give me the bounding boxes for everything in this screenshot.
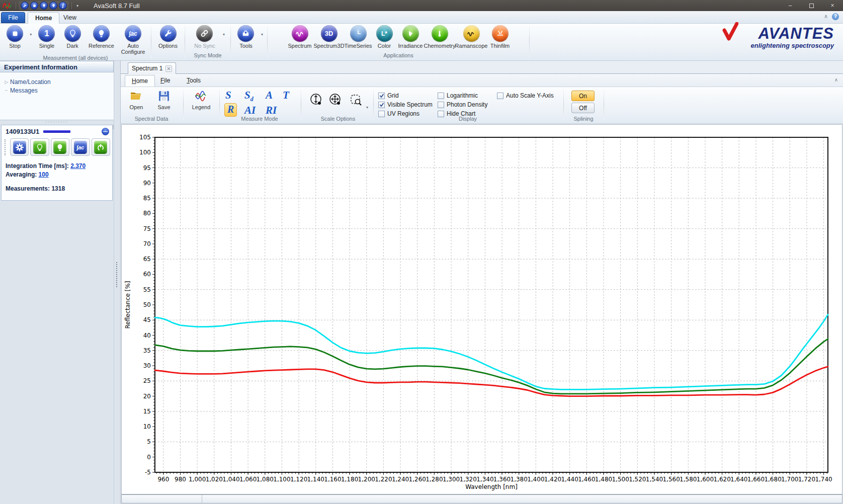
device-dark-button[interactable] <box>30 138 49 156</box>
unchecked-box-icon[interactable] <box>378 111 385 117</box>
irradiance-button[interactable]: Irradiance <box>396 25 425 49</box>
mode-transmittance[interactable]: T <box>283 89 289 102</box>
pan-icon <box>329 93 342 107</box>
y-tick-label: 55 <box>143 286 151 293</box>
pan-button[interactable] <box>329 93 342 109</box>
y-tick-label: 10 <box>143 423 151 430</box>
tab-view[interactable]: View <box>56 12 83 24</box>
no-sync-button[interactable]: No Sync <box>191 25 219 49</box>
mode-absolute-irradiance[interactable]: AI <box>244 104 256 117</box>
spectrum-document-tab[interactable]: Spectrum 1 <box>128 62 176 74</box>
tab-home[interactable]: Home <box>28 12 59 24</box>
stop-button[interactable]: Stop <box>4 25 26 49</box>
scale-y-axis-button[interactable] <box>310 93 323 109</box>
unchecked-box-icon[interactable] <box>497 93 503 99</box>
doc-tab-home[interactable]: Home <box>125 75 155 87</box>
spectrum3d-button[interactable]: 3D Spectrum3D <box>315 25 343 49</box>
unchecked-box-icon[interactable] <box>438 93 444 99</box>
dark-bulb-icon <box>33 141 46 154</box>
y-tick-label: 40 <box>143 332 151 339</box>
device-autoconfigure-button[interactable]: ∫ac <box>71 138 90 156</box>
legend-button[interactable]: Legend <box>188 90 214 110</box>
checked-box-icon[interactable] <box>378 102 385 108</box>
checkbox-grid[interactable]: Grid <box>378 91 434 100</box>
checkbox-auto-scale-y-axis[interactable]: Auto Scale Y-Axis <box>497 91 562 100</box>
timeseries-button[interactable]: TimeSeries <box>344 25 372 49</box>
x-tick-label: 1,340 <box>476 476 493 483</box>
splining-off-button[interactable]: Off <box>571 103 595 113</box>
tools-dropdown-icon[interactable]: ▾ <box>261 32 263 37</box>
mode-relative-irradiance[interactable]: RI <box>266 104 277 117</box>
y-tick-label: 30 <box>143 362 151 369</box>
device-power-button[interactable] <box>92 138 110 156</box>
mode-scope[interactable]: S <box>225 89 231 102</box>
collapse-ribbon-icon[interactable]: ∧ <box>824 13 828 20</box>
group-caption: Measurement (all devices) <box>0 55 151 61</box>
vertical-splitter[interactable] <box>114 61 121 504</box>
checkbox-visible-spectrum[interactable]: Visible Spectrum <box>378 100 434 109</box>
color-button[interactable]: L* Color <box>373 25 395 49</box>
mode-absorbance[interactable]: A <box>266 89 273 102</box>
tree-item-messages[interactable]: ⵈ Messages <box>3 86 111 95</box>
stop-dropdown-icon[interactable]: ▾ <box>30 32 32 37</box>
options-icon[interactable] <box>21 2 29 10</box>
x-tick-label: 1,120 <box>290 476 307 483</box>
close-tab-icon[interactable] <box>165 65 172 72</box>
single-button[interactable]: 1 Single <box>36 25 57 49</box>
group-caption: Sync Mode <box>185 52 230 60</box>
auto-configure-button[interactable]: ∫ac AutoConfigure <box>119 25 147 55</box>
zoom-dropdown-icon[interactable]: ▾ <box>366 105 368 110</box>
y-tick-label: -5 <box>145 469 151 476</box>
reference-bulb-icon[interactable] <box>49 2 57 10</box>
ribbon-group-tools: Tools ▾ <box>231 24 267 60</box>
quick-access-dropdown-icon[interactable]: ▾ <box>76 4 78 8</box>
doc-tab-tools[interactable]: Tools <box>180 75 207 87</box>
checked-box-icon[interactable] <box>378 93 385 99</box>
device-settings-button[interactable] <box>10 138 29 156</box>
mode-reflectance-selected[interactable]: R <box>224 103 237 117</box>
x-tick-label: 1,140 <box>307 476 324 483</box>
checkbox-photon-density[interactable]: Photon Density <box>438 100 493 109</box>
autoconfigure-icon[interactable]: ∫ <box>59 2 67 10</box>
plot-frame <box>155 137 828 472</box>
thinfilm-button[interactable]: Thinfilm <box>489 25 511 49</box>
mode-scope-minus-dark[interactable]: Sd <box>244 89 254 103</box>
chemometry-button[interactable]: Chemometry <box>426 25 454 49</box>
x-tick-label: 1,520 <box>629 476 646 483</box>
averaging-value[interactable]: 100 <box>39 171 49 178</box>
device-panel: 1409133U1 — ∫ac Integration Time [ms]: 2… <box>1 125 113 201</box>
spectrum-button[interactable]: Spectrum <box>286 25 314 49</box>
minimize-button[interactable]: – <box>780 1 801 11</box>
checkbox-logarithmic[interactable]: Logarithmic <box>438 91 493 100</box>
ramanscope-button[interactable]: Ramanscope <box>455 25 488 49</box>
integration-time-value[interactable]: 2.370 <box>70 162 86 170</box>
zoom-selection-button[interactable] <box>349 93 363 109</box>
group-separator <box>529 26 530 58</box>
close-button[interactable]: × <box>822 1 843 11</box>
tree-item-name-location[interactable]: ▷ Name/Location <box>3 77 111 86</box>
open-button[interactable]: Open <box>123 90 149 110</box>
save-button[interactable]: Save <box>151 90 177 110</box>
expand-arrow-icon[interactable]: ▷ <box>3 79 10 85</box>
device-reference-button[interactable] <box>51 138 69 156</box>
doc-tab-file[interactable]: File <box>154 75 177 87</box>
help-icon[interactable]: ? <box>832 13 839 20</box>
collapse-device-panel-button[interactable]: — <box>102 128 109 135</box>
collapse-doc-ribbon-icon[interactable]: ∧ <box>834 77 838 82</box>
dark-bulb-icon[interactable] <box>40 2 48 10</box>
stop-icon[interactable] <box>30 2 38 10</box>
sync-dropdown-icon[interactable]: ▾ <box>223 32 225 37</box>
chart-canvas[interactable]: -505101520253035404550556065707580859095… <box>122 125 842 494</box>
options-button[interactable]: Options <box>155 25 181 49</box>
reference-button[interactable]: Reference <box>88 25 115 49</box>
toolbar-grip[interactable] <box>5 139 7 155</box>
spectrum-chart[interactable]: -505101520253035404550556065707580859095… <box>121 124 842 494</box>
restore-button[interactable] <box>801 1 822 11</box>
irradiance-icon <box>402 25 419 42</box>
unchecked-box-icon[interactable] <box>438 102 444 108</box>
dark-button[interactable]: Dark <box>62 25 83 49</box>
file-menu-button[interactable]: File <box>1 12 25 23</box>
splining-on-button[interactable]: On <box>571 91 595 101</box>
y-tick-label: 15 <box>143 408 151 415</box>
tools-button[interactable]: Tools <box>235 25 257 49</box>
